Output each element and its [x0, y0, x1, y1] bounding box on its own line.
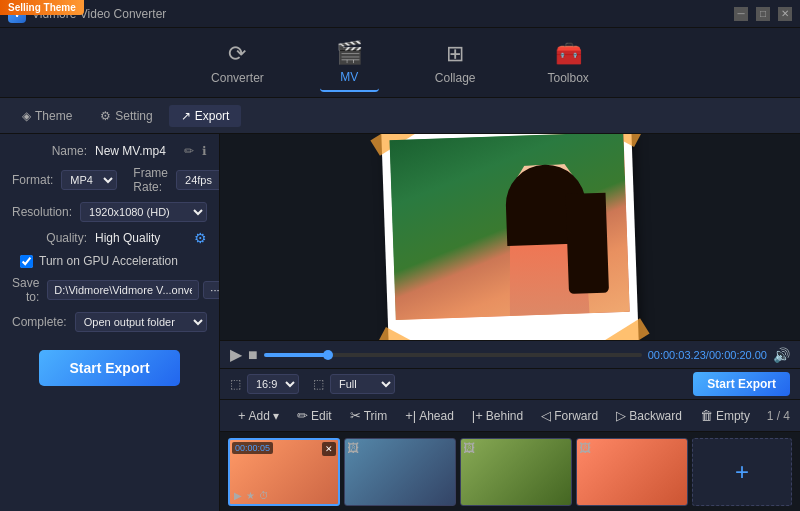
photo-image: [390, 134, 630, 320]
edit-icon: ✏: [297, 408, 308, 423]
trim-button[interactable]: ✂ Trim: [342, 404, 396, 427]
fill-icon: ⬚: [313, 377, 324, 391]
add-icon: +: [238, 408, 246, 423]
quality-settings-button[interactable]: ⚙: [194, 230, 207, 246]
left-panel: Name: New MV.mp4 ✏ ℹ Format: MP4 AVI MOV…: [0, 134, 220, 511]
tab-collage[interactable]: ⊞ Collage: [419, 35, 492, 91]
export-label: Export: [195, 109, 230, 123]
subtab-theme[interactable]: ◈ Theme: [10, 105, 84, 127]
time-display: 00:00:03.23/00:00:20.00: [648, 349, 767, 361]
forward-label: Forward: [554, 409, 598, 423]
resolution-select[interactable]: 1920x1080 (HD) 1280x720 854x480: [80, 202, 207, 222]
collage-icon: ⊞: [446, 41, 464, 67]
edit-button[interactable]: ✏ Edit: [289, 404, 340, 427]
tab-converter[interactable]: ⟳ Converter: [195, 35, 280, 91]
subtab-export[interactable]: ↗ Export: [169, 105, 242, 127]
quality-value: High Quality: [95, 231, 186, 245]
close-button[interactable]: ✕: [778, 7, 792, 21]
empty-button[interactable]: 🗑 Empty: [692, 404, 758, 427]
add-plus-icon: +: [735, 458, 749, 486]
quality-row: Quality: High Quality ⚙: [12, 230, 207, 246]
trim-label: Trim: [364, 409, 388, 423]
name-value: New MV.mp4: [95, 144, 176, 158]
trim-icon: ✂: [350, 408, 361, 423]
converter-label: Converter: [211, 71, 264, 85]
setting-label: Setting: [115, 109, 152, 123]
volume-icon[interactable]: 🔊: [773, 347, 790, 363]
tab-toolbox[interactable]: 🧰 Toolbox: [532, 35, 605, 91]
thumb1-play-icon[interactable]: ▶: [234, 490, 242, 501]
behind-label: Behind: [486, 409, 523, 423]
forward-button[interactable]: ◁ Forward: [533, 404, 606, 427]
playback-controls: ▶ ■ 00:00:03.23/00:00:20.00 🔊: [220, 340, 800, 368]
ahead-icon: +|: [405, 408, 416, 423]
progress-fill: [264, 353, 328, 357]
start-export-button-left[interactable]: Start Export: [39, 350, 179, 386]
edit-label: Edit: [311, 409, 332, 423]
ahead-button[interactable]: +| Ahead: [397, 404, 462, 427]
behind-button[interactable]: |+ Behind: [464, 404, 531, 427]
empty-label: Empty: [716, 409, 750, 423]
tape-bottomright: [598, 318, 650, 340]
thumb3-photo-icon: 🖼: [463, 441, 475, 455]
progress-handle: [323, 350, 333, 360]
format-row: Format: MP4 AVI MOV Frame Rate: 24fps 30…: [12, 166, 207, 194]
main-content: Name: New MV.mp4 ✏ ℹ Format: MP4 AVI MOV…: [0, 134, 800, 511]
saveto-label: Save to:: [12, 276, 39, 304]
maximize-button[interactable]: □: [756, 7, 770, 21]
minimize-button[interactable]: ─: [734, 7, 748, 21]
trash-icon: 🗑: [700, 408, 713, 423]
ahead-label: Ahead: [419, 409, 454, 423]
app-title: Vidmore Video Converter: [32, 7, 734, 21]
play-button[interactable]: ▶: [230, 345, 242, 364]
filmstrip-thumb-3[interactable]: 🖼: [460, 438, 572, 506]
aspect-ratio-select[interactable]: 16:9 4:3 1:1: [247, 374, 299, 394]
progress-bar[interactable]: [264, 353, 642, 357]
selling-theme-badge: Selling Theme: [0, 0, 84, 15]
format-select[interactable]: MP4 AVI MOV: [61, 170, 117, 190]
thumb1-overlay: 00:00:05 ✕: [232, 442, 336, 456]
browse-button[interactable]: ···: [203, 281, 220, 299]
start-export-button-right[interactable]: Start Export: [693, 372, 790, 396]
aspect-icon: ⬚: [230, 377, 241, 391]
stop-button[interactable]: ■: [248, 346, 258, 364]
mv-label: MV: [340, 70, 358, 84]
page-counter: 1 / 4: [767, 409, 790, 423]
backward-button[interactable]: ▷ Backward: [608, 404, 690, 427]
subtab-setting[interactable]: ⚙ Setting: [88, 105, 164, 127]
collage-label: Collage: [435, 71, 476, 85]
filmstrip-thumb-4[interactable]: 🖼: [576, 438, 688, 506]
filmstrip-thumb-1[interactable]: 00:00:05 ✕ ▶ ★ ⏱: [228, 438, 340, 506]
theme-icon: ◈: [22, 109, 31, 123]
complete-select[interactable]: Open output folder Do nothing: [75, 312, 207, 332]
export-icon: ↗: [181, 109, 191, 123]
resolution-row: Resolution: 1920x1080 (HD) 1280x720 854x…: [12, 202, 207, 222]
gpu-checkbox[interactable]: [20, 255, 33, 268]
converter-icon: ⟳: [228, 41, 246, 67]
save-path-input[interactable]: [47, 280, 199, 300]
filmstrip-thumb-2[interactable]: 🖼: [344, 438, 456, 506]
gpu-label: Turn on GPU Acceleration: [39, 254, 178, 268]
thumb1-clock-icon[interactable]: ⏱: [259, 490, 269, 501]
framerate-select[interactable]: 24fps 30fps 60fps: [176, 170, 220, 190]
preview-area: [220, 134, 800, 340]
format-label: Format:: [12, 173, 53, 187]
add-media-placeholder[interactable]: +: [692, 438, 792, 506]
tab-mv[interactable]: 🎬 MV: [320, 34, 379, 92]
edit-name-icon[interactable]: ✏: [184, 144, 194, 158]
toolbox-icon: 🧰: [555, 41, 582, 67]
complete-row: Complete: Open output folder Do nothing: [12, 312, 207, 332]
playback-options: ⬚ 16:9 4:3 1:1 ⬚ Full Fit Stretch Start …: [220, 368, 800, 399]
fill-mode-select[interactable]: Full Fit Stretch: [330, 374, 395, 394]
info-icon[interactable]: ℹ: [202, 144, 207, 158]
title-bar: V Vidmore Video Converter ─ □ ✕: [0, 0, 800, 28]
add-button[interactable]: + Add ▾: [230, 404, 287, 427]
setting-icon: ⚙: [100, 109, 111, 123]
right-panel: ▶ ■ 00:00:03.23/00:00:20.00 🔊 ⬚ 16:9 4:3…: [220, 134, 800, 511]
toolbox-label: Toolbox: [548, 71, 589, 85]
name-label: Name:: [12, 144, 87, 158]
thumb1-close-button[interactable]: ✕: [322, 442, 336, 456]
thumb4-photo-icon: 🖼: [579, 441, 591, 455]
thumb1-star-icon[interactable]: ★: [246, 490, 255, 501]
backward-icon: ▷: [616, 408, 626, 423]
